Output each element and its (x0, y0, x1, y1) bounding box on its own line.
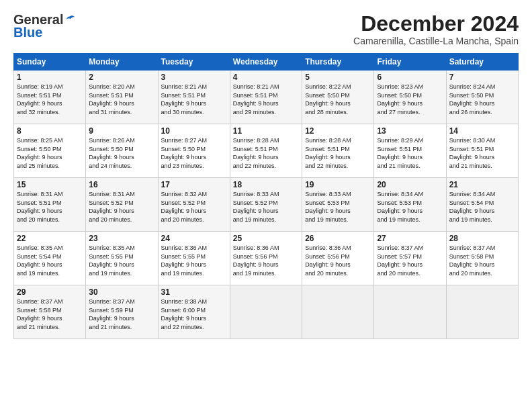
calendar-week-row: 15Sunrise: 8:31 AMSunset: 5:51 PMDayligh… (14, 178, 519, 232)
day-number: 11 (233, 126, 299, 136)
day-number: 16 (89, 180, 154, 189)
calendar-cell: 25Sunrise: 8:36 AMSunset: 5:56 PMDayligh… (230, 232, 302, 285)
day-number: 15 (17, 180, 83, 189)
day-info: Sunrise: 8:25 AMSunset: 5:50 PMDaylight:… (17, 136, 83, 170)
day-info: Sunrise: 8:36 AMSunset: 5:56 PMDaylight:… (305, 244, 371, 277)
day-number: 19 (305, 180, 371, 189)
calendar-week-row: 8Sunrise: 8:25 AMSunset: 5:50 PMDaylight… (14, 124, 519, 178)
calendar-cell: 28Sunrise: 8:37 AMSunset: 5:58 PMDayligh… (446, 232, 518, 285)
calendar-cell: 12Sunrise: 8:28 AMSunset: 5:51 PMDayligh… (302, 124, 374, 178)
calendar-cell: 2Sunrise: 8:20 AMSunset: 5:51 PMDaylight… (86, 71, 158, 124)
day-info: Sunrise: 8:31 AMSunset: 5:52 PMDaylight:… (89, 190, 154, 224)
day-number: 31 (161, 287, 227, 297)
day-info: Sunrise: 8:37 AMSunset: 5:58 PMDaylight:… (449, 244, 515, 277)
day-info: Sunrise: 8:36 AMSunset: 5:55 PMDaylight:… (161, 244, 227, 277)
logo-blue: Blue (13, 25, 42, 40)
calendar-cell: 14Sunrise: 8:30 AMSunset: 5:51 PMDayligh… (446, 124, 518, 178)
day-info: Sunrise: 8:35 AMSunset: 5:54 PMDaylight:… (17, 244, 83, 277)
calendar-cell: 18Sunrise: 8:33 AMSunset: 5:52 PMDayligh… (230, 178, 302, 232)
calendar-cell: 9Sunrise: 8:26 AMSunset: 5:50 PMDaylight… (86, 124, 158, 178)
calendar-cell: 13Sunrise: 8:29 AMSunset: 5:51 PMDayligh… (374, 124, 446, 178)
day-number: 25 (233, 234, 299, 243)
day-info: Sunrise: 8:33 AMSunset: 5:53 PMDaylight:… (305, 190, 371, 224)
calendar-cell: 31Sunrise: 8:38 AMSunset: 6:00 PMDayligh… (158, 285, 230, 339)
day-number: 9 (89, 126, 154, 136)
day-number: 6 (377, 73, 443, 82)
day-info: Sunrise: 8:33 AMSunset: 5:52 PMDaylight:… (233, 190, 299, 224)
calendar-cell: 22Sunrise: 8:35 AMSunset: 5:54 PMDayligh… (14, 232, 86, 285)
day-number: 2 (89, 73, 154, 82)
calendar-cell: 3Sunrise: 8:21 AMSunset: 5:51 PMDaylight… (158, 71, 230, 124)
day-number: 22 (17, 234, 83, 243)
page-header: General Blue December 2024 Camarenilla, … (13, 12, 519, 46)
calendar-cell (302, 285, 374, 339)
col-saturday: Saturday (446, 54, 518, 71)
day-info: Sunrise: 8:19 AMSunset: 5:51 PMDaylight:… (17, 83, 83, 116)
title-area: December 2024 Camarenilla, Castille-La M… (353, 12, 519, 46)
calendar-cell: 10Sunrise: 8:27 AMSunset: 5:50 PMDayligh… (158, 124, 230, 178)
calendar-header-row: Sunday Monday Tuesday Wednesday Thursday… (14, 54, 519, 71)
day-info: Sunrise: 8:23 AMSunset: 5:50 PMDaylight:… (377, 83, 443, 116)
day-info: Sunrise: 8:31 AMSunset: 5:51 PMDaylight:… (17, 190, 83, 224)
day-number: 12 (305, 126, 371, 136)
day-info: Sunrise: 8:37 AMSunset: 5:57 PMDaylight:… (377, 244, 443, 277)
calendar-cell: 20Sunrise: 8:34 AMSunset: 5:53 PMDayligh… (374, 178, 446, 232)
day-info: Sunrise: 8:30 AMSunset: 5:51 PMDaylight:… (449, 136, 515, 170)
day-number: 28 (449, 234, 515, 243)
calendar-cell: 27Sunrise: 8:37 AMSunset: 5:57 PMDayligh… (374, 232, 446, 285)
calendar-cell (374, 285, 446, 339)
calendar-week-row: 22Sunrise: 8:35 AMSunset: 5:54 PMDayligh… (14, 232, 519, 285)
calendar-cell: 1Sunrise: 8:19 AMSunset: 5:51 PMDaylight… (14, 71, 86, 124)
col-tuesday: Tuesday (158, 54, 230, 71)
day-number: 20 (377, 180, 443, 189)
day-info: Sunrise: 8:24 AMSunset: 5:50 PMDaylight:… (449, 83, 515, 116)
col-monday: Monday (86, 54, 158, 71)
calendar-cell: 8Sunrise: 8:25 AMSunset: 5:50 PMDaylight… (14, 124, 86, 178)
day-info: Sunrise: 8:29 AMSunset: 5:51 PMDaylight:… (377, 136, 443, 170)
calendar-week-row: 29Sunrise: 8:37 AMSunset: 5:58 PMDayligh… (14, 285, 519, 339)
day-info: Sunrise: 8:21 AMSunset: 5:51 PMDaylight:… (161, 83, 227, 116)
day-number: 7 (449, 73, 515, 82)
day-number: 21 (449, 180, 515, 189)
day-number: 18 (233, 180, 299, 189)
calendar-cell: 19Sunrise: 8:33 AMSunset: 5:53 PMDayligh… (302, 178, 374, 232)
calendar-page: General Blue December 2024 Camarenilla, … (0, 0, 532, 411)
calendar-cell: 29Sunrise: 8:37 AMSunset: 5:58 PMDayligh… (14, 285, 86, 339)
calendar-cell: 26Sunrise: 8:36 AMSunset: 5:56 PMDayligh… (302, 232, 374, 285)
day-info: Sunrise: 8:27 AMSunset: 5:50 PMDaylight:… (161, 136, 227, 170)
day-number: 10 (161, 126, 227, 136)
calendar-cell (446, 285, 518, 339)
calendar-cell: 4Sunrise: 8:21 AMSunset: 5:51 PMDaylight… (230, 71, 302, 124)
month-title: December 2024 (353, 12, 519, 36)
calendar-week-row: 1Sunrise: 8:19 AMSunset: 5:51 PMDaylight… (14, 71, 519, 124)
col-sunday: Sunday (14, 54, 86, 71)
day-number: 30 (89, 287, 154, 297)
logo-bird-icon (64, 14, 76, 26)
calendar-cell: 17Sunrise: 8:32 AMSunset: 5:52 PMDayligh… (158, 178, 230, 232)
calendar-cell: 6Sunrise: 8:23 AMSunset: 5:50 PMDaylight… (374, 71, 446, 124)
day-info: Sunrise: 8:35 AMSunset: 5:55 PMDaylight:… (89, 244, 154, 277)
day-info: Sunrise: 8:37 AMSunset: 5:59 PMDaylight:… (89, 298, 154, 331)
calendar-table: Sunday Monday Tuesday Wednesday Thursday… (13, 53, 519, 339)
logo: General Blue (13, 12, 77, 40)
col-wednesday: Wednesday (230, 54, 302, 71)
day-info: Sunrise: 8:28 AMSunset: 5:51 PMDaylight:… (305, 136, 371, 170)
day-number: 29 (17, 287, 83, 297)
day-info: Sunrise: 8:28 AMSunset: 5:51 PMDaylight:… (233, 136, 299, 170)
col-thursday: Thursday (302, 54, 374, 71)
day-info: Sunrise: 8:36 AMSunset: 5:56 PMDaylight:… (233, 244, 299, 277)
day-number: 5 (305, 73, 371, 82)
calendar-cell: 21Sunrise: 8:34 AMSunset: 5:54 PMDayligh… (446, 178, 518, 232)
calendar-cell: 15Sunrise: 8:31 AMSunset: 5:51 PMDayligh… (14, 178, 86, 232)
day-number: 1 (17, 73, 83, 82)
day-number: 14 (449, 126, 515, 136)
day-info: Sunrise: 8:37 AMSunset: 5:58 PMDaylight:… (17, 298, 83, 331)
day-number: 8 (17, 126, 83, 136)
day-info: Sunrise: 8:32 AMSunset: 5:52 PMDaylight:… (161, 190, 227, 224)
calendar-cell: 5Sunrise: 8:22 AMSunset: 5:50 PMDaylight… (302, 71, 374, 124)
day-number: 3 (161, 73, 227, 82)
calendar-cell: 30Sunrise: 8:37 AMSunset: 5:59 PMDayligh… (86, 285, 158, 339)
day-number: 23 (89, 234, 154, 243)
day-number: 4 (233, 73, 299, 82)
calendar-cell: 16Sunrise: 8:31 AMSunset: 5:52 PMDayligh… (86, 178, 158, 232)
